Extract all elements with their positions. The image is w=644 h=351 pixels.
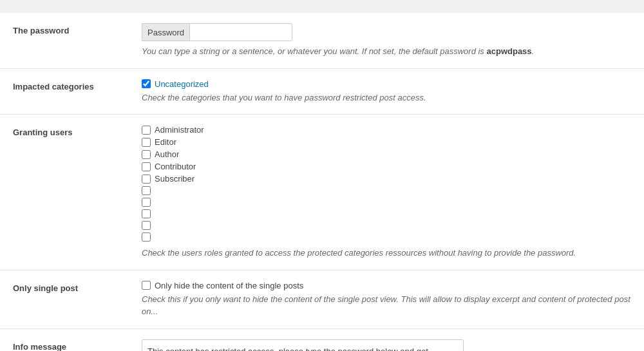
- uncategorized-checkbox[interactable]: [142, 79, 151, 88]
- user-author-item: Author: [142, 149, 631, 159]
- info-message-row: Info message: [0, 329, 644, 352]
- user-author-checkbox[interactable]: [142, 150, 151, 159]
- single-post-field: Only hide the content of the single post…: [142, 281, 631, 318]
- categories-field: Uncategorized Check the categories that …: [142, 79, 631, 104]
- password-help-text: You can type a string or a sentence, or …: [142, 45, 631, 58]
- single-post-label: Only single post: [13, 281, 142, 293]
- user-administrator-label[interactable]: Administrator: [155, 125, 204, 135]
- categories-label: Impacted categories: [13, 79, 142, 91]
- blank-checkbox-1: [142, 186, 631, 195]
- blank-checkbox-3: [142, 209, 631, 218]
- uncategorized-label[interactable]: Uncategorized: [155, 79, 209, 89]
- user-administrator-checkbox[interactable]: [142, 126, 151, 135]
- info-message-label: Info message: [13, 339, 142, 352]
- info-message-field: [142, 339, 631, 352]
- categories-row: Impacted categories Uncategorized Check …: [0, 69, 644, 115]
- blank-checkbox-2: [142, 198, 631, 207]
- blank-checkbox-input-1[interactable]: [142, 186, 151, 195]
- granting-users-row: Granting users Administrator Editor Auth…: [0, 115, 644, 270]
- categories-help-text: Check the categories that you want to ha…: [142, 91, 631, 104]
- blank-checkbox-4: [142, 221, 631, 230]
- blank-checkbox-input-2[interactable]: [142, 198, 151, 207]
- password-label: The password: [13, 23, 142, 35]
- granting-users-field: Administrator Editor Author Contributor …: [142, 125, 631, 260]
- single-post-row: Only single post Only hide the content o…: [0, 270, 644, 329]
- password-input-label: Password: [142, 23, 189, 41]
- blank-checkbox-input-4[interactable]: [142, 221, 151, 230]
- granting-users-help-text: Check the users roles granted to access …: [142, 247, 631, 260]
- user-author-label[interactable]: Author: [155, 149, 179, 159]
- default-password: acpwdpass: [486, 46, 531, 56]
- user-contributor-label[interactable]: Contributor: [155, 162, 196, 171]
- user-editor-label[interactable]: Editor: [155, 137, 176, 147]
- info-message-textarea[interactable]: [142, 339, 464, 352]
- password-field: Password You can type a string or a sent…: [142, 23, 631, 58]
- password-input[interactable]: [189, 23, 292, 41]
- single-post-checkbox-item: Only hide the content of the single post…: [142, 281, 631, 290]
- password-row: The password Password You can type a str…: [0, 13, 644, 69]
- blank-checkbox-input-5[interactable]: [142, 232, 151, 242]
- single-post-checkbox-label[interactable]: Only hide the content of the single post…: [155, 281, 303, 290]
- user-subscriber-item: Subscriber: [142, 174, 631, 184]
- granting-users-label: Granting users: [13, 125, 142, 137]
- user-administrator-item: Administrator: [142, 125, 631, 135]
- single-post-checkbox[interactable]: [142, 281, 151, 290]
- user-contributor-checkbox[interactable]: [142, 162, 151, 171]
- user-editor-checkbox[interactable]: [142, 138, 151, 147]
- uncategorized-checkbox-item: Uncategorized: [142, 79, 631, 89]
- blank-checkbox-input-3[interactable]: [142, 209, 151, 218]
- blank-checkbox-5: [142, 232, 631, 242]
- user-editor-item: Editor: [142, 137, 631, 147]
- user-subscriber-label[interactable]: Subscriber: [155, 174, 194, 184]
- granting-users-list: Administrator Editor Author Contributor …: [142, 125, 631, 242]
- single-post-help-text: Check this if you only want to hide the …: [142, 293, 631, 318]
- user-subscriber-checkbox[interactable]: [142, 175, 151, 184]
- user-contributor-item: Contributor: [142, 162, 631, 171]
